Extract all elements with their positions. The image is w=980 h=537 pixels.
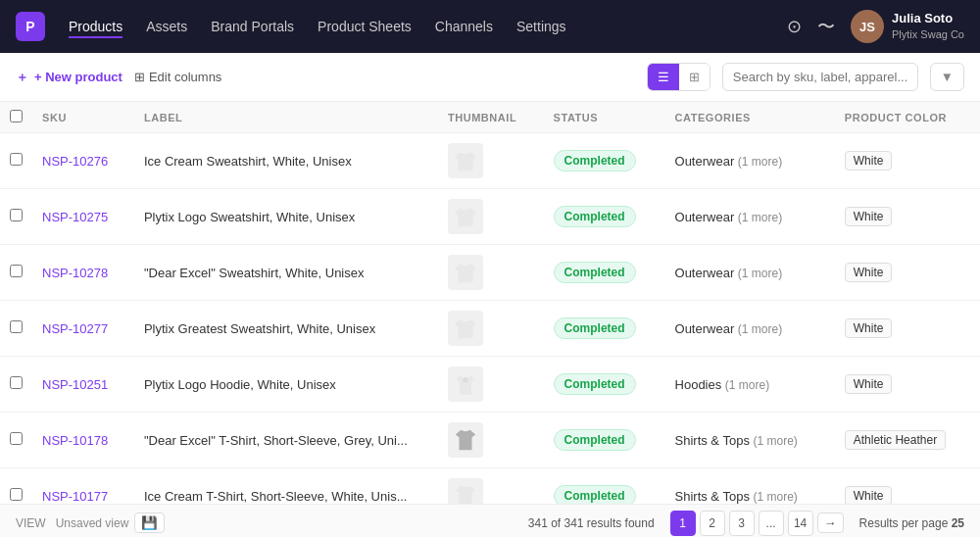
row-categories: Outerwear (1 more) (665, 189, 835, 245)
row-checkbox-cell (0, 133, 32, 189)
result-count: 341 of 341 results found (528, 516, 655, 530)
table-row: NSP-10277 Plytix Greatest Sweatshirt, Wh… (0, 301, 980, 357)
row-thumbnail (438, 189, 544, 245)
sku-link[interactable]: NSP-10177 (42, 489, 108, 504)
color-badge: Athletic Heather (845, 430, 946, 450)
user-menu[interactable]: JS Julia Soto Plytix Swag Co (851, 10, 964, 43)
products-table: SKU LABEL THUMBNAIL STATUS CATEGORIES PR… (0, 102, 980, 504)
user-name: Julia Soto (892, 11, 964, 27)
row-sku: NSP-10276 (32, 133, 134, 189)
table-row: NSP-10178 "Dear Excel" T-Shirt, Short-Sl… (0, 413, 980, 468)
status-badge: Completed (554, 485, 636, 504)
sku-link[interactable]: NSP-10277 (42, 321, 108, 336)
nav-products[interactable]: Products (69, 15, 122, 38)
status-badge: Completed (554, 317, 636, 339)
toolbar: ＋ + New product ⊞ Edit columns ☰ ⊞ ▼ (0, 53, 980, 102)
new-product-label: + New product (34, 70, 122, 84)
row-label: Plytix Logo Sweatshirt, White, Unisex (134, 189, 438, 245)
row-checkbox-cell (0, 357, 32, 413)
next-page-button[interactable]: → (817, 513, 844, 533)
row-sku: NSP-10178 (32, 413, 134, 468)
row-checkbox-cell (0, 189, 32, 245)
row-categories: Shirts & Tops (1 more) (665, 468, 835, 505)
page-14-button[interactable]: 14 (788, 511, 813, 536)
row-thumbnail (438, 468, 544, 505)
category-name: Hoodies (675, 377, 722, 392)
help-icon[interactable]: ⊙ (787, 16, 802, 37)
nav-assets[interactable]: Assets (146, 15, 187, 38)
category-name: Outerwear (675, 266, 735, 280)
row-checkbox[interactable] (10, 488, 23, 501)
header-categories: CATEGORIES (665, 102, 835, 133)
table-footer: VIEW Unsaved view 💾 341 of 341 results f… (0, 504, 980, 537)
sku-link[interactable]: NSP-10178 (42, 433, 108, 448)
thumbnail-image (448, 478, 483, 504)
row-checkbox[interactable] (10, 153, 23, 166)
table-row: NSP-10251 Plytix Logo Hoodie, White, Uni… (0, 357, 980, 413)
select-all-checkbox[interactable] (10, 110, 23, 122)
pagination: 1 2 3 ... 14 → (670, 511, 844, 536)
row-label: Ice Cream T-Shirt, Short-Sleeve, White, … (134, 468, 438, 505)
row-categories: Hoodies (1 more) (665, 357, 835, 413)
nav-product-sheets[interactable]: Product Sheets (318, 15, 412, 38)
row-categories: Shirts & Tops (1 more) (665, 413, 835, 468)
row-checkbox[interactable] (10, 432, 23, 445)
category-more: (1 more) (738, 211, 782, 224)
page-2-button[interactable]: 2 (700, 511, 725, 536)
edit-columns-button[interactable]: ⊞ Edit columns (134, 70, 221, 84)
category-more: (1 more) (754, 434, 798, 448)
search-input[interactable] (722, 63, 918, 91)
save-view-button[interactable]: 💾 (134, 513, 165, 533)
row-checkbox[interactable] (10, 320, 23, 333)
columns-icon: ⊞ (134, 70, 145, 84)
row-product-color: White (835, 357, 980, 413)
sku-link[interactable]: NSP-10278 (42, 266, 108, 280)
status-badge: Completed (554, 429, 636, 451)
thumbnail-image (448, 422, 483, 458)
nav-channels[interactable]: Channels (435, 15, 493, 38)
grid-view-button[interactable]: ⊞ (679, 64, 710, 90)
table-row: NSP-10177 Ice Cream T-Shirt, Short-Sleev… (0, 468, 980, 505)
status-badge: Completed (554, 373, 636, 395)
category-name: Outerwear (675, 210, 735, 224)
row-categories: Outerwear (1 more) (665, 301, 835, 357)
row-sku: NSP-10278 (32, 245, 134, 301)
row-thumbnail (438, 301, 544, 357)
list-view-button[interactable]: ☰ (648, 64, 679, 90)
sku-link[interactable]: NSP-10276 (42, 154, 108, 169)
color-badge: White (845, 318, 893, 338)
results-per-page: Results per page 25 (859, 516, 964, 530)
status-badge: Completed (554, 150, 636, 171)
nav-brand-portals[interactable]: Brand Portals (211, 15, 294, 38)
new-product-button[interactable]: ＋ + New product (16, 69, 122, 86)
thumbnail-image (448, 366, 483, 402)
row-product-color: White (835, 133, 980, 189)
header-thumbnail: THUMBNAIL (438, 102, 544, 133)
row-checkbox[interactable] (10, 376, 23, 389)
table-row: NSP-10275 Plytix Logo Sweatshirt, White,… (0, 189, 980, 245)
row-product-color: White (835, 189, 980, 245)
sku-link[interactable]: NSP-10251 (42, 377, 108, 392)
svg-rect-0 (463, 377, 467, 382)
header-product-color: PRODUCT COLOR (835, 102, 980, 133)
header-checkbox (0, 102, 32, 133)
page-3-button[interactable]: 3 (729, 511, 755, 536)
color-badge: White (845, 374, 893, 394)
row-label: "Dear Excel" Sweatshirt, White, Unisex (134, 245, 438, 301)
top-navigation: P Products Assets Brand Portals Product … (0, 0, 980, 53)
row-status: Completed (544, 189, 665, 245)
color-badge: White (845, 263, 893, 282)
analytics-icon[interactable]: 〜 (817, 15, 835, 38)
thumbnail-image (448, 311, 483, 346)
nav-settings[interactable]: Settings (516, 15, 566, 38)
row-thumbnail (438, 413, 544, 468)
row-label: Plytix Greatest Sweatshirt, White, Unise… (134, 301, 438, 357)
unsaved-view-text: Unsaved view (56, 516, 129, 530)
filter-button[interactable]: ▼ (930, 63, 964, 91)
sku-link[interactable]: NSP-10275 (42, 210, 108, 224)
header-label: LABEL (134, 102, 438, 133)
page-1-button[interactable]: 1 (670, 511, 696, 536)
header-status: STATUS (544, 102, 665, 133)
row-checkbox[interactable] (10, 209, 23, 221)
row-checkbox[interactable] (10, 265, 23, 277)
